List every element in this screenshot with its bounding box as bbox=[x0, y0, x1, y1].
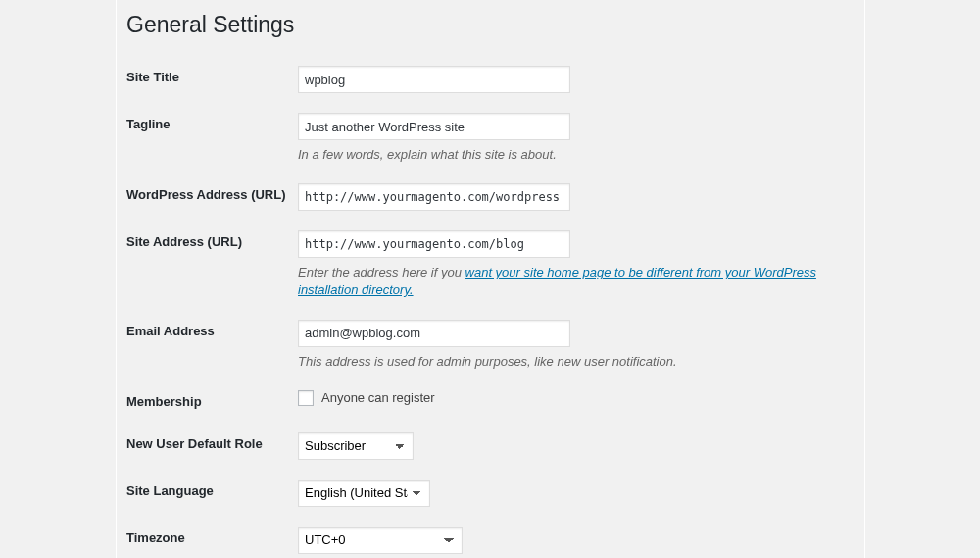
timezone-label: Timezone bbox=[126, 517, 298, 558]
membership-label: Membership bbox=[126, 380, 298, 423]
tagline-description: In a few words, explain what this site i… bbox=[298, 146, 855, 164]
tagline-input[interactable] bbox=[298, 113, 570, 140]
site-url-description: Enter the address here if you want your … bbox=[298, 264, 855, 299]
tagline-label: Tagline bbox=[126, 103, 298, 174]
site-language-label: Site Language bbox=[126, 470, 298, 517]
email-label: Email Address bbox=[126, 310, 298, 380]
site-title-label: Site Title bbox=[126, 56, 298, 103]
site-language-select[interactable]: English (United States) bbox=[298, 480, 430, 507]
email-input[interactable] bbox=[298, 320, 570, 347]
site-title-input[interactable] bbox=[298, 66, 570, 93]
wp-url-label: WordPress Address (URL) bbox=[126, 174, 298, 221]
site-url-label: Site Address (URL) bbox=[126, 221, 298, 309]
membership-checkbox-text: Anyone can register bbox=[321, 390, 435, 405]
page-title: General Settings bbox=[126, 0, 864, 42]
timezone-select[interactable]: UTC+0 bbox=[298, 527, 463, 554]
email-description: This address is used for admin purposes,… bbox=[298, 353, 855, 371]
membership-checkbox[interactable] bbox=[298, 390, 314, 406]
settings-form: Site Title Tagline In a few words, expla… bbox=[126, 56, 864, 558]
site-url-input[interactable] bbox=[298, 230, 570, 258]
membership-checkbox-label[interactable]: Anyone can register bbox=[298, 390, 855, 406]
wp-url-input[interactable] bbox=[298, 183, 570, 211]
default-role-select[interactable]: Subscriber bbox=[298, 432, 414, 460]
default-role-label: New User Default Role bbox=[126, 423, 298, 470]
